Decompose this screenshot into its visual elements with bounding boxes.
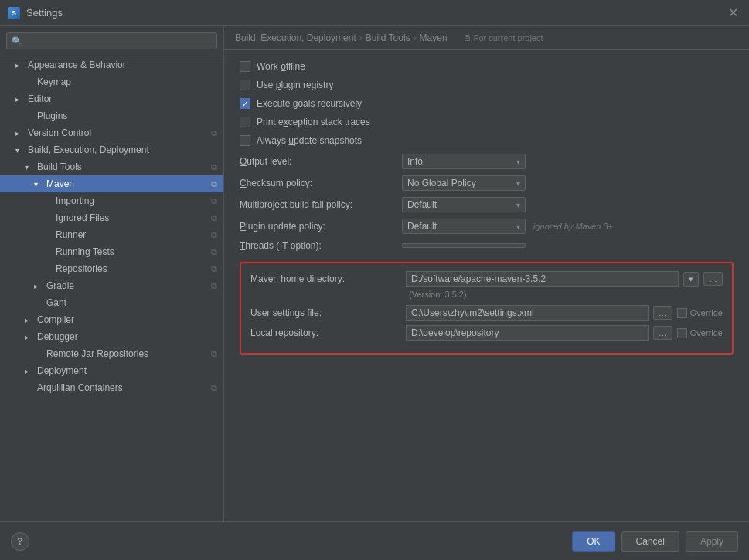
work-offline-checkbox[interactable] xyxy=(240,61,250,72)
breadcrumb-sep-1: › xyxy=(359,32,363,43)
local-repo-label: Local repository: xyxy=(250,328,401,338)
sidebar-item-label: Importing xyxy=(56,195,94,206)
sidebar-item-label: Build Tools xyxy=(37,161,82,172)
copy-icon: ⧉ xyxy=(211,162,217,172)
sidebar-item-plugins[interactable]: Plugins xyxy=(0,107,223,124)
sidebar-item-compiler[interactable]: Compiler xyxy=(0,311,223,328)
sidebar-item-label: Gradle xyxy=(46,280,74,291)
sidebar-item-build-tools[interactable]: Build Tools ⧉ xyxy=(0,158,223,175)
sidebar: 🔍 Appearance & Behavior Keymap Editor Pl… xyxy=(0,26,224,521)
search-input-wrap[interactable]: 🔍 xyxy=(6,32,217,49)
title-bar: S Settings ✕ xyxy=(0,0,749,26)
dropdown-arrow-icon: ▾ xyxy=(516,201,520,209)
help-button[interactable]: ? xyxy=(11,532,29,551)
sidebar-item-label: Runner xyxy=(56,229,86,240)
sidebar-item-label: Version Control xyxy=(28,127,91,138)
maven-home-input[interactable] xyxy=(406,271,679,287)
sidebar-item-label: Deployment xyxy=(37,365,87,376)
multiproject-build-value: Default xyxy=(407,199,513,210)
ok-button[interactable]: OK xyxy=(572,531,615,552)
sidebar-item-label: Ignored Files xyxy=(56,212,109,223)
maven-version-text: (Version: 3.5.2) xyxy=(250,290,723,299)
arrow-icon xyxy=(34,282,43,290)
arrow-icon xyxy=(15,61,25,70)
sidebar-item-importing[interactable]: Importing ⧉ xyxy=(0,192,223,209)
maven-home-section: Maven home directory: ▾ … (Version: 3.5.… xyxy=(240,262,734,355)
sidebar-item-maven[interactable]: Maven ⧉ xyxy=(0,175,223,192)
execute-goals-checkbox[interactable] xyxy=(240,98,250,109)
sidebar-item-label: Debugger xyxy=(37,331,78,342)
execute-goals-label: Execute goals recursively xyxy=(257,98,362,109)
sidebar-item-label: Compiler xyxy=(37,314,74,325)
checkbox-print-exceptions: Print exception stack traces xyxy=(240,117,734,127)
maven-home-label: Maven home directory: xyxy=(250,273,401,284)
use-plugin-registry-checkbox[interactable] xyxy=(240,80,250,90)
plugin-update-dropdown[interactable]: Default ▾ xyxy=(402,219,526,234)
user-settings-browse-btn[interactable]: … xyxy=(653,306,672,320)
sidebar-item-appearance[interactable]: Appearance & Behavior xyxy=(0,56,223,73)
local-repo-input[interactable] xyxy=(406,325,649,341)
plugin-update-row: Plugin update policy: Default ▾ ignored … xyxy=(240,219,734,234)
sidebar-item-editor[interactable]: Editor xyxy=(0,90,223,107)
search-input[interactable] xyxy=(26,36,212,46)
arrow-icon xyxy=(15,129,25,137)
sidebar-item-gant[interactable]: Gant xyxy=(0,294,223,311)
arrow-icon xyxy=(15,95,25,104)
arrow-icon xyxy=(15,146,25,154)
sidebar-item-debugger[interactable]: Debugger xyxy=(0,328,223,345)
sidebar-item-remote-jar[interactable]: Remote Jar Repositories ⧉ xyxy=(0,345,223,362)
sidebar-item-version-control[interactable]: Version Control ⧉ xyxy=(0,124,223,141)
threads-label: Threads (-T option): xyxy=(240,240,394,251)
sidebar-item-ignored-files[interactable]: Ignored Files ⧉ xyxy=(0,209,223,226)
print-exceptions-checkbox[interactable] xyxy=(240,117,250,127)
copy-icon: ⧉ xyxy=(211,264,217,274)
sidebar-item-running-tests[interactable]: Running Tests ⧉ xyxy=(0,243,223,260)
always-update-checkbox[interactable] xyxy=(240,135,250,146)
checksum-policy-label: Checksum policy: xyxy=(240,178,394,188)
dropdown-arrow-icon: ▾ xyxy=(516,179,520,188)
sidebar-item-label: Maven xyxy=(46,178,74,189)
user-settings-override-wrap: Override xyxy=(677,308,723,318)
local-repo-browse-btn[interactable]: … xyxy=(653,326,672,340)
multiproject-build-dropdown[interactable]: Default ▾ xyxy=(402,197,526,212)
close-button[interactable]: ✕ xyxy=(725,5,741,21)
sidebar-item-label: Running Tests xyxy=(56,246,114,257)
output-level-dropdown[interactable]: Info ▾ xyxy=(402,154,526,169)
copy-icon: ⧉ xyxy=(211,349,217,359)
breadcrumb-project-icon: 🖹 xyxy=(463,33,472,42)
user-settings-input[interactable] xyxy=(406,305,649,321)
threads-input[interactable] xyxy=(402,243,526,248)
output-level-value: Info xyxy=(407,156,513,167)
checksum-policy-dropdown[interactable]: No Global Policy ▾ xyxy=(402,175,526,191)
maven-home-dropdown-btn[interactable]: ▾ xyxy=(683,272,699,287)
sidebar-item-deployment[interactable]: Deployment xyxy=(0,362,223,379)
sidebar-item-build-exec-deploy[interactable]: Build, Execution, Deployment xyxy=(0,141,223,158)
search-icon: 🔍 xyxy=(12,36,22,46)
sidebar-item-runner[interactable]: Runner ⧉ xyxy=(0,226,223,243)
sidebar-item-label: Repositories xyxy=(56,263,107,274)
user-settings-override-checkbox[interactable] xyxy=(677,308,687,318)
sidebar-item-keymap[interactable]: Keymap xyxy=(0,73,223,90)
arrow-icon xyxy=(25,367,34,375)
sidebar-item-repositories[interactable]: Repositories ⧉ xyxy=(0,260,223,277)
sidebar-item-label: Arquillian Containers xyxy=(37,382,123,393)
local-repo-override-wrap: Override xyxy=(677,328,723,338)
maven-home-browse-btn[interactable]: … xyxy=(703,272,723,286)
plugin-update-label: Plugin update policy: xyxy=(240,221,394,232)
copy-icon: ⧉ xyxy=(211,128,217,138)
bottom-bar: ? OK Cancel Apply xyxy=(0,521,749,560)
local-repo-override-checkbox[interactable] xyxy=(677,328,687,338)
cancel-button[interactable]: Cancel xyxy=(621,531,679,552)
breadcrumb-project: 🖹 For current project xyxy=(463,33,543,42)
sidebar-item-arquillian[interactable]: Arquillian Containers ⧉ xyxy=(0,379,223,396)
content-area: Work offline Use plugin registry Execute… xyxy=(224,50,749,521)
multiproject-build-row: Multiproject build fail policy: Default … xyxy=(240,197,734,212)
apply-button[interactable]: Apply xyxy=(686,531,738,552)
sidebar-item-label: Gant xyxy=(46,297,66,308)
breadcrumb-sep-2: › xyxy=(414,32,417,43)
checksum-policy-row: Checksum policy: No Global Policy ▾ xyxy=(240,175,734,191)
checksum-policy-value: No Global Policy xyxy=(407,178,513,188)
search-box: 🔍 xyxy=(0,26,223,56)
breadcrumb: Build, Execution, Deployment › Build Too… xyxy=(224,26,749,50)
sidebar-item-gradle[interactable]: Gradle ⧉ xyxy=(0,277,223,294)
